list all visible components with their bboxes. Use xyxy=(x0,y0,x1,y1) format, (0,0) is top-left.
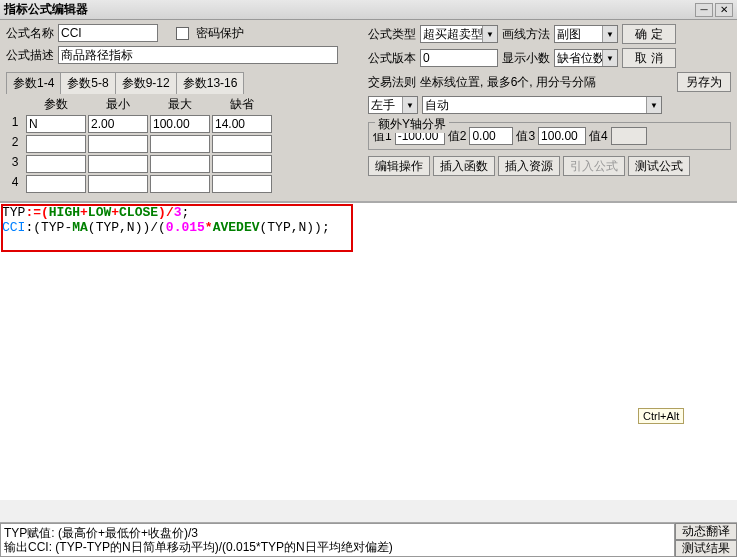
param4-max[interactable] xyxy=(150,175,210,193)
formula-desc-input[interactable] xyxy=(58,46,338,64)
hdr-max: 最大 xyxy=(150,96,210,113)
label-formula-name: 公式名称 xyxy=(6,25,54,42)
label-pwd: 密码保护 xyxy=(196,25,244,42)
extra-y-legend: 额外Y轴分界 xyxy=(375,116,449,133)
formula-version-input[interactable] xyxy=(420,49,498,67)
param2-min[interactable] xyxy=(88,135,148,153)
param1-min[interactable] xyxy=(88,115,148,133)
param-grid: 参数 最小 最大 缺省 1 2 3 4 xyxy=(6,96,362,193)
hdr-def: 缺省 xyxy=(212,96,272,113)
ok-button[interactable]: 确 定 xyxy=(622,24,676,44)
hdr-param-name: 参数 xyxy=(26,96,86,113)
tab-params-1-4[interactable]: 参数1-4 xyxy=(6,72,61,94)
label-formula-type: 公式类型 xyxy=(368,26,416,43)
pwd-checkbox[interactable] xyxy=(176,27,189,40)
tab-params-13-16[interactable]: 参数13-16 xyxy=(176,72,245,94)
param3-min[interactable] xyxy=(88,155,148,173)
draw-method-select[interactable]: 副图▼ xyxy=(554,25,618,43)
y3-input[interactable] xyxy=(538,127,586,145)
test-result-button[interactable]: 测试结果 xyxy=(675,540,737,557)
formula-name-input[interactable] xyxy=(58,24,158,42)
tab-params-5-8[interactable]: 参数5-8 xyxy=(60,72,115,94)
edit-op-button[interactable]: 编辑操作 xyxy=(368,156,430,176)
close-button[interactable]: ✕ xyxy=(715,3,733,17)
param2-max[interactable] xyxy=(150,135,210,153)
decimals-select[interactable]: 缺省位数▼ xyxy=(554,49,618,67)
window-title: 指标公式编辑器 xyxy=(4,1,693,18)
param3-max[interactable] xyxy=(150,155,210,173)
label-formula-desc: 公式描述 xyxy=(6,47,54,64)
param1-def[interactable] xyxy=(212,115,272,133)
trade-right-select[interactable]: 自动▼ xyxy=(422,96,662,114)
param4-min[interactable] xyxy=(88,175,148,193)
param2-name[interactable] xyxy=(26,135,86,153)
param1-name[interactable] xyxy=(26,115,86,133)
chevron-down-icon: ▼ xyxy=(646,97,661,113)
dyn-translate-button[interactable]: 动态翻译 xyxy=(675,523,737,540)
formula-type-select[interactable]: 超买超卖型▼ xyxy=(420,25,498,43)
insert-fn-button[interactable]: 插入函数 xyxy=(433,156,495,176)
row-3: 3 xyxy=(6,155,24,173)
test-button[interactable]: 测试公式 xyxy=(628,156,690,176)
y4-label: 值4 xyxy=(589,128,608,145)
label-decimals: 显示小数 xyxy=(502,50,550,67)
status-text: TYP赋值: (最高价+最低价+收盘价)/3 输出CCI: (TYP-TYP的N… xyxy=(0,523,675,557)
chevron-down-icon: ▼ xyxy=(602,50,617,66)
param3-def[interactable] xyxy=(212,155,272,173)
label-draw-method: 画线方法 xyxy=(502,26,550,43)
top-panel: 公式名称 密码保护 公式描述 参数1-4 参数5-8 参数9-12 参数13-1… xyxy=(0,20,737,202)
titlebar: 指标公式编辑器 ─ ✕ xyxy=(0,0,737,20)
label-formula-version: 公式版本 xyxy=(368,50,416,67)
trade-left-select[interactable]: 左手▼ xyxy=(368,96,418,114)
tab-params-9-12[interactable]: 参数9-12 xyxy=(115,72,177,94)
label-trade-rule: 交易法则 xyxy=(368,74,416,91)
chevron-down-icon: ▼ xyxy=(482,26,497,42)
hdr-min: 最小 xyxy=(88,96,148,113)
extra-y-fieldset: 额外Y轴分界 值1 值2 值3 值4 xyxy=(368,122,731,150)
cancel-button[interactable]: 取 消 xyxy=(622,48,676,68)
param1-max[interactable] xyxy=(150,115,210,133)
row-4: 4 xyxy=(6,175,24,193)
bottom-bar: TYP赋值: (最高价+最低价+收盘价)/3 输出CCI: (TYP-TYP的N… xyxy=(0,522,737,557)
code-editor[interactable]: TYP:=(HIGH+LOW+CLOSE)/3; CCI:(TYP-MA(TYP… xyxy=(0,202,737,500)
minimize-button[interactable]: ─ xyxy=(695,3,713,17)
y2-label: 值2 xyxy=(448,128,467,145)
save-as-button[interactable]: 另存为 xyxy=(677,72,731,92)
param4-def[interactable] xyxy=(212,175,272,193)
chevron-down-icon: ▼ xyxy=(402,97,417,113)
param2-def[interactable] xyxy=(212,135,272,153)
y4-input[interactable] xyxy=(611,127,647,145)
param3-name[interactable] xyxy=(26,155,86,173)
row-2: 2 xyxy=(6,135,24,153)
insert-res-button[interactable]: 插入资源 xyxy=(498,156,560,176)
coord-hint: 坐标线位置, 最多6个, 用分号分隔 xyxy=(420,74,673,91)
param4-name[interactable] xyxy=(26,175,86,193)
row-1: 1 xyxy=(6,115,24,133)
y2-input[interactable] xyxy=(469,127,513,145)
tooltip: Ctrl+Alt xyxy=(638,408,684,424)
y3-label: 值3 xyxy=(516,128,535,145)
chevron-down-icon: ▼ xyxy=(602,26,617,42)
import-formula-button: 引入公式 xyxy=(563,156,625,176)
